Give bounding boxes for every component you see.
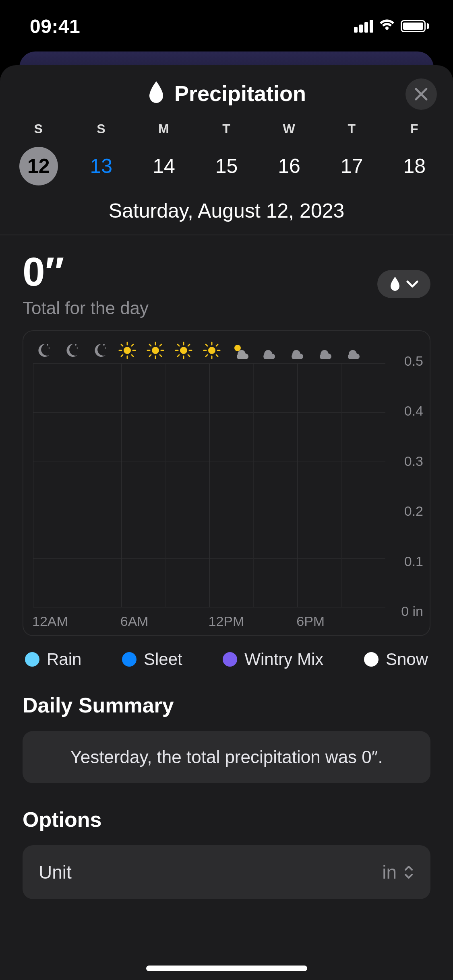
svg-line-39 [216,355,218,356]
clear-night-icon [61,341,81,360]
y-tick: 0 in [401,603,423,619]
y-tick: 0.3 [404,453,423,469]
cloudy-icon [259,341,278,360]
svg-line-11 [121,344,123,346]
y-tick: 0.4 [404,403,423,419]
legend-item-sleet: Sleet [122,650,182,669]
day-num: 15 [207,147,246,185]
x-tick: 12AM [32,614,68,629]
svg-line-30 [188,355,190,356]
close-button[interactable] [405,78,437,110]
total-label: Total for the day [23,298,149,318]
day-col-2[interactable]: M 14 [132,121,195,185]
status-time: 09:41 [30,15,80,37]
svg-line-20 [149,344,151,346]
options-unit-row[interactable]: Unit in [23,845,430,899]
legend-label: Snow [386,650,428,669]
drop-icon [389,276,401,292]
day-col-1[interactable]: S 13 [70,121,133,185]
chevron-down-icon [406,280,418,288]
sunny-icon [202,341,221,360]
swatch [364,652,379,667]
daily-summary-title: Daily Summary [0,669,453,727]
legend-item-snow: Snow [364,650,428,669]
sheet-header: Precipitation [0,65,453,121]
svg-point-42 [234,345,241,351]
selected-full-date: Saturday, August 12, 2023 [0,199,453,222]
svg-point-15 [152,347,159,354]
legend-label: Rain [47,650,81,669]
svg-point-4 [103,344,105,346]
unit-label: Unit [39,861,72,883]
svg-point-5 [105,348,106,349]
legend: Rain Sleet Wintry Mix Snow [0,636,453,669]
day-dow: S [7,121,70,136]
y-tick: 0.2 [404,503,423,519]
sunny-icon [174,341,193,360]
day-dow: W [258,121,321,136]
day-strip: S 12 S 13 M 14 T 15 W 16 T 17 [0,121,453,185]
unit-value: in [382,861,397,883]
day-num: 14 [145,147,183,185]
x-axis-labels: 12AM 6AM 12PM 6PM [33,614,385,630]
svg-line-41 [216,344,218,346]
day-col-5[interactable]: T 17 [321,121,383,185]
precip-type-selector[interactable] [377,270,430,298]
day-dow: S [70,121,133,136]
day-dow: T [321,121,383,136]
y-axis-labels: 0.5 0.4 0.3 0.2 0.1 0 in [389,361,423,611]
cloudy-icon [343,341,362,360]
day-num: 17 [333,147,371,185]
svg-point-33 [208,347,215,354]
day-num: 18 [395,147,434,185]
day-col-6[interactable]: F 18 [383,121,446,185]
svg-point-24 [180,347,187,354]
svg-point-1 [49,348,50,349]
daily-summary-text: Yesterday, the total precipitation was 0… [23,731,430,783]
precip-chart[interactable]: 0.5 0.4 0.3 0.2 0.1 0 in 12AM 6AM 12PM 6… [23,330,430,636]
total-row: 0″ Total for the day [0,235,453,322]
svg-point-6 [124,347,131,354]
cellular-signal-icon [354,20,373,33]
svg-line-21 [160,355,161,356]
svg-line-38 [206,344,207,346]
wifi-icon [379,19,395,33]
cloudy-icon [315,341,334,360]
day-col-3[interactable]: T 15 [195,121,258,185]
status-bar: 09:41 [0,0,453,52]
day-dow: F [383,121,446,136]
day-col-4[interactable]: W 16 [258,121,321,185]
clear-night-icon [89,341,109,360]
legend-label: Sleet [144,650,182,669]
day-num: 13 [82,147,120,185]
svg-point-0 [47,344,48,346]
up-down-chevron-icon [403,864,414,880]
chart-grid [33,363,385,607]
svg-point-3 [77,348,78,349]
svg-line-32 [188,344,190,346]
precipitation-icon [147,80,165,106]
cloudy-icon [287,341,306,360]
svg-line-40 [206,355,207,356]
swatch [25,652,39,667]
battery-icon [401,20,429,32]
day-col-0[interactable]: S 12 [7,121,70,185]
day-num: 16 [270,147,308,185]
svg-line-31 [178,355,179,356]
legend-item-rain: Rain [25,650,81,669]
svg-line-14 [132,344,133,346]
total-value: 0″ [23,251,149,292]
y-tick: 0.1 [404,553,423,569]
day-dow: M [132,121,195,136]
detail-sheet: Precipitation S 12 S 13 M 14 T 15 [0,65,453,980]
partly-cloudy-icon [230,341,250,360]
sunny-icon [118,341,137,360]
home-indicator[interactable] [146,966,307,971]
sunny-icon [146,341,165,360]
options-title: Options [0,783,453,841]
legend-item-wintry-mix: Wintry Mix [223,650,323,669]
svg-line-23 [160,344,161,346]
svg-point-2 [75,344,77,346]
status-indicators [354,19,429,33]
day-num: 12 [19,147,58,185]
